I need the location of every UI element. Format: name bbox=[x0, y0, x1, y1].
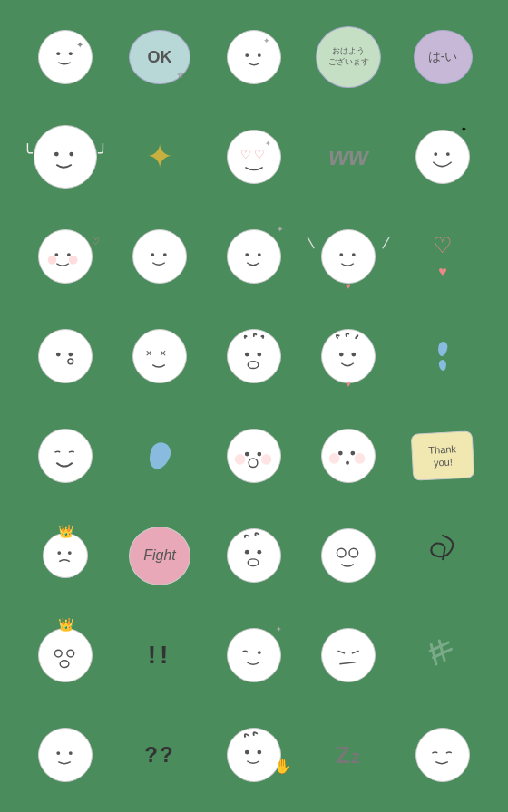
bubble-thankyou: Thankyou! bbox=[411, 430, 475, 480]
swirl-icon bbox=[425, 531, 461, 581]
svg-point-17 bbox=[151, 253, 154, 256]
svg-point-59 bbox=[69, 751, 73, 755]
jp-text: おはようございます bbox=[328, 46, 369, 67]
svg-point-18 bbox=[163, 253, 167, 256]
cell-r3c3[interactable]: ✦ bbox=[209, 208, 299, 304]
cell-r1c5[interactable]: は-い bbox=[397, 9, 488, 105]
cell-r7c5 bbox=[397, 607, 488, 703]
hash-icon bbox=[418, 629, 466, 682]
face-annoyed bbox=[321, 628, 376, 682]
svg-point-46 bbox=[257, 550, 261, 555]
svg-point-23 bbox=[56, 353, 61, 357]
exclaim-label: !! bbox=[148, 641, 172, 670]
svg-point-50 bbox=[54, 650, 62, 657]
bubble-ok: OK bbox=[129, 30, 190, 84]
cell-r4c4[interactable]: ♥ bbox=[303, 308, 394, 404]
svg-point-6 bbox=[54, 152, 59, 157]
face-thinking: ✦ bbox=[38, 30, 93, 84]
face-running-scared bbox=[227, 528, 281, 583]
cell-r2c1[interactable]: ╰ ╯ bbox=[20, 109, 111, 205]
bubble-jp: おはようございます bbox=[316, 26, 381, 88]
cell-r6c4[interactable] bbox=[303, 508, 394, 604]
face-wave-hand bbox=[227, 728, 281, 782]
zzz-label: Zz bbox=[336, 741, 361, 769]
face-crown-grumpy bbox=[43, 533, 88, 578]
svg-point-13 bbox=[54, 253, 58, 256]
cell-r8c1[interactable] bbox=[20, 707, 111, 803]
svg-point-60 bbox=[245, 750, 249, 755]
cell-r4c3[interactable] bbox=[209, 308, 299, 404]
svg-point-39 bbox=[350, 451, 355, 456]
cell-r6c2[interactable]: Fight bbox=[114, 508, 205, 604]
cell-r7c3[interactable]: ✦ bbox=[209, 607, 299, 703]
face-neutral-star: ✦ bbox=[227, 30, 281, 84]
cell-r8c2: ?? bbox=[114, 707, 205, 803]
svg-point-58 bbox=[56, 751, 60, 755]
svg-point-41 bbox=[329, 453, 340, 464]
cell-r8c3[interactable]: ✋ bbox=[209, 707, 299, 803]
cell-r3c5: ♡ ♥ bbox=[397, 208, 488, 304]
svg-point-37 bbox=[261, 454, 272, 465]
svg-point-47 bbox=[248, 559, 259, 566]
svg-point-53 bbox=[258, 651, 261, 654]
cell-r3c1[interactable]: ♡ bbox=[20, 208, 111, 304]
cell-r5c1[interactable] bbox=[20, 408, 111, 504]
svg-point-28 bbox=[245, 353, 249, 357]
cell-r7c4[interactable] bbox=[303, 607, 394, 703]
face-blush-o bbox=[227, 429, 281, 483]
cell-r1c1[interactable]: ✦ bbox=[20, 9, 111, 105]
svg-point-51 bbox=[67, 650, 74, 657]
svg-point-14 bbox=[67, 253, 71, 256]
svg-point-31 bbox=[339, 353, 344, 357]
svg-point-12 bbox=[446, 152, 450, 156]
cell-r5c2 bbox=[114, 408, 205, 504]
svg-point-30 bbox=[248, 362, 259, 369]
svg-point-48 bbox=[337, 548, 346, 557]
cell-r5c3[interactable] bbox=[209, 408, 299, 504]
svg-text:×: × bbox=[146, 347, 152, 360]
water-drops bbox=[438, 342, 447, 371]
cell-r2c5[interactable]: ✦ bbox=[397, 109, 488, 205]
cell-r1c4[interactable]: おはようございます bbox=[303, 9, 394, 105]
svg-point-0 bbox=[56, 52, 60, 55]
face-blushing bbox=[38, 229, 93, 284]
cell-r3c4[interactable]: | | ♥ bbox=[303, 208, 394, 304]
heart-icon: ♡ ♥ bbox=[433, 233, 453, 280]
face-grin: ✦ bbox=[415, 130, 470, 184]
svg-point-3 bbox=[245, 53, 249, 57]
cell-r4c1[interactable] bbox=[20, 308, 111, 404]
svg-point-20 bbox=[258, 253, 261, 256]
sparkle-icon: ✦ bbox=[146, 138, 173, 176]
cell-r6c3[interactable] bbox=[209, 508, 299, 604]
ww-label: ww bbox=[328, 142, 368, 171]
svg-point-16 bbox=[69, 256, 78, 265]
cell-r1c3[interactable]: ✦ bbox=[209, 9, 299, 105]
face-crown-surprised bbox=[38, 628, 93, 682]
svg-point-43 bbox=[57, 551, 61, 555]
face-surprised-hair bbox=[227, 329, 281, 383]
svg-point-42 bbox=[355, 453, 366, 464]
face-simple bbox=[38, 728, 93, 782]
cell-r1c2[interactable]: OK bbox=[114, 9, 205, 105]
cell-r4c2[interactable]: × × bbox=[114, 308, 205, 404]
bubble-fight: Fight bbox=[129, 527, 190, 585]
svg-text:✦: ✦ bbox=[76, 40, 83, 50]
face-content bbox=[132, 229, 187, 284]
cell-r3c2[interactable] bbox=[114, 208, 205, 304]
cell-r6c1[interactable]: 👑 bbox=[20, 508, 111, 604]
svg-point-4 bbox=[258, 53, 261, 57]
face-sleeping bbox=[415, 728, 470, 782]
cell-r2c3[interactable]: ♡ ♡ ✦ bbox=[209, 109, 299, 205]
cell-r8c5[interactable] bbox=[397, 707, 488, 803]
svg-point-52 bbox=[60, 661, 69, 668]
cell-r7c1[interactable]: 👑 bbox=[20, 607, 111, 703]
svg-text:♡: ♡ bbox=[254, 149, 265, 161]
face-scared-hair bbox=[321, 329, 376, 383]
fight-label: Fight bbox=[143, 547, 176, 564]
svg-point-21 bbox=[339, 253, 343, 256]
cell-r5c5[interactable]: Thankyou! bbox=[397, 408, 488, 504]
svg-point-40 bbox=[346, 461, 349, 465]
star-accent: ✦ bbox=[461, 125, 467, 133]
svg-point-7 bbox=[69, 152, 73, 157]
cell-r5c4[interactable] bbox=[303, 408, 394, 504]
